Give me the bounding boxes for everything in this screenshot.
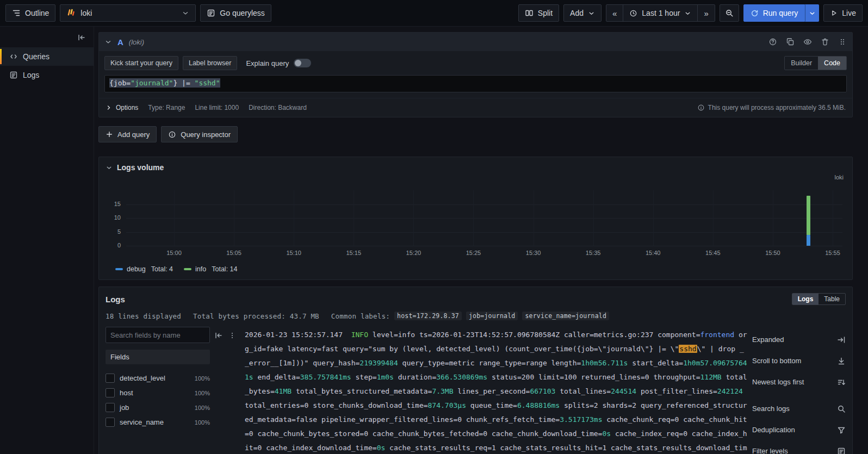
explore-sidebar: Queries Logs	[0, 27, 94, 454]
live-label: Live	[842, 9, 856, 17]
log-segment: 41MB	[275, 387, 292, 395]
add-button[interactable]: Add	[563, 4, 602, 22]
log-control-deduplication[interactable]: Deduplication	[752, 419, 846, 440]
clock-icon	[629, 9, 637, 17]
log-control-scroll-to-bottom[interactable]: Scroll to bottom	[752, 350, 846, 371]
fields-list: detected_level100%host100%job100%service…	[106, 371, 210, 430]
collapse-fields-icon[interactable]	[214, 331, 223, 340]
time-range-picker[interactable]: Last 1 hour	[623, 4, 698, 22]
log-doc-icon	[207, 9, 215, 17]
log-segment: 1m0s	[377, 373, 394, 381]
collapse-sidebar-icon[interactable]	[77, 33, 86, 42]
legend-total: Total: 14	[212, 265, 237, 273]
view-option-logs[interactable]: Logs	[792, 294, 819, 304]
label-browser-button[interactable]: Label browser	[183, 56, 238, 70]
log-control-label: Expanded	[752, 335, 784, 344]
field-checkbox[interactable]	[106, 388, 115, 397]
help-icon[interactable]	[768, 38, 777, 46]
legend-item-debug[interactable]: debugTotal: 4	[115, 265, 173, 273]
grid-line-x	[174, 190, 175, 246]
logs-volume-title: Logs volume	[117, 163, 164, 172]
logs-volume-header[interactable]: Logs volume	[99, 157, 852, 174]
field-checkbox[interactable]	[106, 418, 115, 427]
log-segment: 112MB	[700, 373, 722, 381]
log-control-label: Scroll to bottom	[752, 357, 801, 365]
log-segment: 2026-01-23 15:52:57.147	[245, 331, 351, 339]
kick-start-label: Kick start your query	[110, 59, 172, 67]
chevron-down-icon[interactable]	[104, 38, 112, 46]
editor-mode-group: Builder Code	[784, 56, 847, 70]
live-button[interactable]: Live	[823, 4, 863, 22]
field-percent: 100%	[195, 405, 210, 411]
time-shift-back-button[interactable]: «	[606, 4, 623, 22]
copy-icon[interactable]	[786, 38, 795, 46]
go-queryless-button[interactable]: Go queryless	[200, 4, 271, 22]
sidebar-item-queries[interactable]: Queries	[0, 47, 94, 66]
split-button[interactable]: Split	[518, 4, 559, 22]
field-row-job: job100%	[106, 400, 210, 415]
query-inspector-button[interactable]: Query inspector	[161, 126, 238, 142]
query-expression: {job="journald"} |= "sshd"	[109, 78, 220, 88]
log-segment: start_delta=	[628, 359, 683, 367]
query-code-editor[interactable]: {job="journald"} |= "sshd"	[104, 75, 847, 92]
log-segment: INFO	[351, 331, 368, 339]
log-row-menu-icon[interactable]	[228, 331, 236, 340]
grid-line-x	[653, 190, 654, 246]
x-axis-tick: 15:10	[281, 250, 307, 256]
log-doc-icon	[9, 71, 18, 79]
add-query-label: Add query	[117, 130, 150, 139]
log-line-text[interactable]: 2026-01-23 15:52:57.147 INFO level=info …	[245, 327, 748, 454]
query-token: "journald"	[131, 79, 173, 87]
x-axis-tick: 15:00	[161, 250, 187, 256]
view-option-table[interactable]: Table	[819, 294, 845, 304]
zoom-out-button[interactable]	[720, 4, 739, 22]
log-control-newest-logs-first[interactable]: Newest logs first	[752, 371, 846, 393]
outline-button[interactable]: Outline	[5, 4, 55, 22]
field-checkbox[interactable]	[106, 403, 115, 412]
mode-builder-label: Builder	[791, 59, 812, 67]
query-token: {job=	[109, 79, 131, 87]
info-circle-icon	[168, 130, 176, 139]
option-type: Type: Range	[148, 104, 185, 111]
add-query-button[interactable]: Add query	[98, 126, 157, 142]
drag-handle-icon[interactable]	[838, 38, 847, 46]
add-label: Add	[570, 9, 584, 17]
log-segment: end_delta=	[253, 373, 300, 381]
time-range-label: Last 1 hour	[642, 9, 680, 17]
query-editor-panel: A (loki) Kick start your query	[98, 32, 853, 117]
time-shift-forward-button[interactable]: »	[697, 4, 715, 22]
field-checkbox[interactable]	[106, 374, 115, 383]
grid-line-y	[126, 246, 842, 246]
mode-builder[interactable]: Builder	[785, 57, 818, 70]
log-segment: 667103	[530, 387, 555, 395]
log-segment: queue_time=	[466, 401, 517, 409]
legend-item-info[interactable]: infoTotal: 14	[184, 265, 237, 273]
legend-swatch	[184, 268, 191, 270]
log-control-expanded[interactable]: Expanded	[752, 329, 846, 350]
fields-search-input[interactable]	[106, 327, 210, 343]
explain-query-toggle[interactable]	[294, 59, 311, 67]
kick-start-button[interactable]: Kick start your query	[104, 56, 178, 70]
options-toggle[interactable]: Options	[106, 104, 138, 111]
sidebar-item-logs[interactable]: Logs	[0, 66, 94, 84]
run-query-button[interactable]: Run query	[743, 4, 805, 22]
logs-view-toggle: Logs Table	[792, 293, 846, 305]
run-query-dropdown[interactable]	[805, 4, 819, 22]
plus-icon	[106, 130, 113, 138]
levels-icon	[837, 447, 846, 454]
query-token: "sshd"	[195, 79, 220, 87]
mode-code[interactable]: Code	[818, 57, 846, 70]
trash-icon[interactable]	[821, 38, 829, 46]
eye-icon[interactable]	[803, 38, 812, 46]
log-segment: 242124	[717, 387, 743, 395]
x-axis-tick: 15:15	[340, 250, 367, 256]
logs-volume-legend: debugTotal: 4infoTotal: 14	[99, 261, 852, 279]
log-control-filter-levels[interactable]: Filter levels	[752, 440, 846, 454]
datasource-picker[interactable]: loki	[60, 4, 196, 22]
x-axis-tick: 15:25	[460, 250, 486, 256]
log-control-label: Newest logs first	[752, 378, 804, 386]
grid-line-x	[354, 190, 354, 246]
legend-total: Total: 4	[151, 265, 173, 273]
log-control-search-logs[interactable]: Search logs	[752, 398, 846, 419]
common-labels-label: Common labels:	[331, 312, 390, 320]
